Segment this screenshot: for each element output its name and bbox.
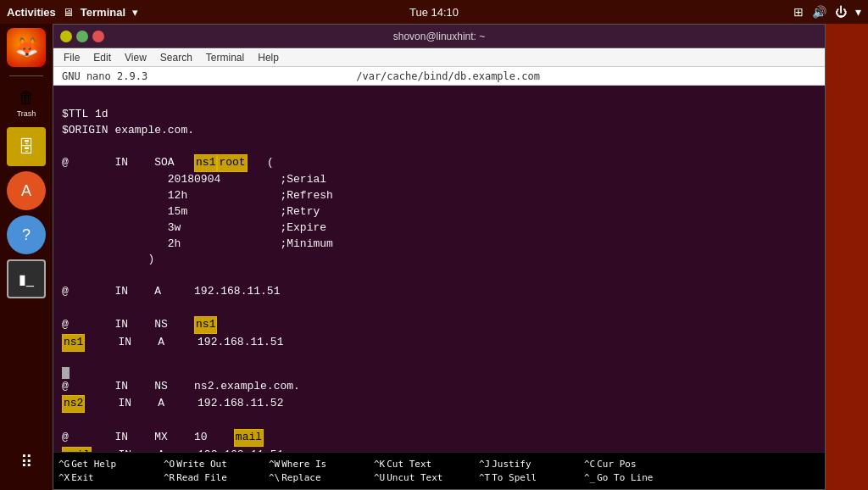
shortcut-label-to-spell: To Spell <box>492 471 537 484</box>
shortcut-label-read-file: Read File <box>176 471 227 484</box>
line-blank3 <box>62 300 816 316</box>
line-blank5 <box>62 413 816 429</box>
network-icon[interactable]: ⊞ <box>793 5 804 19</box>
files-icon: 🗄 <box>18 137 35 157</box>
line-ns1: @ IN NS ns1 <box>62 316 816 334</box>
shortcut-group-3: ^W Where Is ^\ Replace <box>269 458 370 484</box>
line-blank2 <box>62 268 816 284</box>
terminal-window: shovon@linuxhint: ~ File Edit View Searc… <box>53 24 826 490</box>
sidebar-app-trash[interactable]: 🗑 Trash <box>7 83 46 122</box>
shortcut-group-5: ^J Justify ^T To Spell <box>479 458 581 484</box>
shortcut-key-t: ^T <box>479 471 490 484</box>
shortcut-group-1: ^G Get Help ^X Exit <box>58 458 160 484</box>
dropdown-icon[interactable]: ▾ <box>855 5 861 19</box>
ns1-label-highlighted: ns1 <box>62 334 85 352</box>
shortcut-key-w: ^W <box>269 458 280 471</box>
menu-terminal[interactable]: Terminal <box>199 52 251 64</box>
sidebar-app-terminal[interactable]: ▮_ <box>7 259 46 298</box>
menu-edit[interactable]: Edit <box>86 52 118 64</box>
line-soa: @ IN SOA ns1 root ( <box>62 154 816 172</box>
menu-bar: File Edit View Search Terminal Help <box>53 48 825 67</box>
shortcut-label-cur-pos: Cur Pos <box>597 458 636 471</box>
shortcut-key-r: ^R <box>164 471 175 484</box>
minimize-button[interactable] <box>60 31 72 42</box>
line-ns2-record: @ IN NS ns2.example.com. <box>62 379 816 395</box>
shortcut-key-u: ^U <box>374 471 385 484</box>
shortcut-write-out: ^O Write Out <box>164 458 227 471</box>
trash-icon: 🗑 <box>18 88 35 108</box>
shortcut-key-x: ^X <box>58 471 70 484</box>
shortcut-label-where-is: Where Is <box>281 458 326 471</box>
terminal-content[interactable]: $TTL 1d $ORIGIN example.com. @ IN SOA ns… <box>53 86 825 452</box>
activities-label[interactable]: Activities <box>7 6 56 19</box>
shortcut-exit: ^X Exit <box>58 471 94 484</box>
line-cursor <box>62 367 816 379</box>
shortcut-key-k: ^K <box>374 458 385 471</box>
ns1-record-highlighted: ns1 <box>194 316 217 334</box>
line-mail-a: mail IN A 192.168.11.51 <box>62 447 816 452</box>
top-bar-right: ⊞ 🔊 ⏻ ▾ <box>793 5 861 19</box>
shortcut-key-j: ^J <box>479 458 490 471</box>
nano-header: GNU nano 2.9.3 /var/cache/bind/db.exampl… <box>53 67 825 86</box>
line-blank1 <box>62 139 816 155</box>
shortcut-label-exit: Exit <box>71 471 94 484</box>
top-bar-datetime: Tue 14:10 <box>409 6 459 19</box>
sidebar-app-firefox[interactable]: 🦊 <box>7 28 46 67</box>
shortcut-get-help: ^G Get Help <box>58 458 116 471</box>
power-icon[interactable]: ⏻ <box>835 5 847 19</box>
line-retry: 15m ;Retry <box>62 204 816 220</box>
line-origin: $ORIGIN example.com. <box>62 123 816 139</box>
terminal-taskbar-label[interactable]: Terminal <box>81 6 125 19</box>
volume-icon[interactable]: 🔊 <box>812 5 826 19</box>
line-blank4 <box>62 352 816 368</box>
cursor <box>62 367 70 379</box>
shortcut-justify: ^J Justify <box>479 458 531 471</box>
line-ns2-a: ns2 IN A 192.168.11.52 <box>62 395 816 413</box>
menu-file[interactable]: File <box>57 52 86 64</box>
shortcut-bar: ^G Get Help ^X Exit ^O Write Out ^R Read… <box>53 452 825 489</box>
terminal-taskbar-icon[interactable]: 🖥 <box>63 6 74 19</box>
line-ns1-a: ns1 IN A 192.168.11.51 <box>62 334 816 352</box>
shortcut-to-spell: ^T To Spell <box>479 471 537 484</box>
line-1 <box>62 91 816 107</box>
maximize-button[interactable] <box>76 31 88 42</box>
shortcut-group-2: ^O Write Out ^R Read File <box>164 458 265 484</box>
top-bar-left: Activities 🖥 Terminal ▾ <box>7 6 138 19</box>
shortcut-cut-text: ^K Cut Text <box>374 458 431 471</box>
shortcut-key-o: ^O <box>164 458 175 471</box>
sidebar-app-software[interactable]: A <box>7 171 46 210</box>
menu-search[interactable]: Search <box>153 52 199 64</box>
nano-filepath: /var/cache/bind/db.example.com <box>356 70 540 82</box>
line-a1: @ IN A 192.168.11.51 <box>62 284 816 300</box>
mail-label-highlighted: mail <box>62 447 92 452</box>
close-button[interactable] <box>92 31 104 42</box>
line-refresh: 12h ;Refresh <box>62 188 816 204</box>
shortcut-uncut-text: ^U Uncut Text <box>374 471 442 484</box>
sidebar-bottom: ⠿ <box>7 443 46 483</box>
sidebar-app-files[interactable]: 🗄 <box>7 127 46 166</box>
ns1-highlighted: ns1 <box>194 154 217 172</box>
app-grid-button[interactable]: ⠿ <box>7 443 46 482</box>
ubuntu-icon: A <box>21 182 31 200</box>
line-ttl: $TTL 1d <box>62 107 816 123</box>
shortcut-read-file: ^R Read File <box>164 471 227 484</box>
grid-icon: ⠿ <box>20 452 33 472</box>
menu-view[interactable]: View <box>118 52 153 64</box>
nano-version: GNU nano 2.9.3 <box>62 70 147 82</box>
shortcut-cur-pos: ^C Cur Pos <box>584 458 637 471</box>
shortcut-replace: ^\ Replace <box>269 471 321 484</box>
ns2-label-highlighted: ns2 <box>62 395 85 413</box>
shortcut-label-write-out: Write Out <box>176 458 227 471</box>
shortcut-group-6: ^C Cur Pos ^_ Go To Line <box>584 458 686 484</box>
firefox-icon: 🦊 <box>15 36 38 58</box>
menu-help[interactable]: Help <box>251 52 286 64</box>
line-closeparen: ) <box>62 252 816 268</box>
terminal-dropdown-icon[interactable]: ▾ <box>132 6 138 19</box>
window-titlebar: shovon@linuxhint: ~ <box>53 25 825 48</box>
line-mx: @ IN MX 10 mail <box>62 429 816 447</box>
sidebar-app-help[interactable]: ? <box>7 215 46 254</box>
shortcut-key-underscore: ^_ <box>584 471 595 484</box>
shortcut-label-justify: Justify <box>492 458 531 471</box>
shortcut-go-to-line: ^_ Go To Line <box>584 471 653 484</box>
sidebar: 🦊 🗑 Trash 🗄 A ? ▮_ ⠿ <box>0 24 53 490</box>
